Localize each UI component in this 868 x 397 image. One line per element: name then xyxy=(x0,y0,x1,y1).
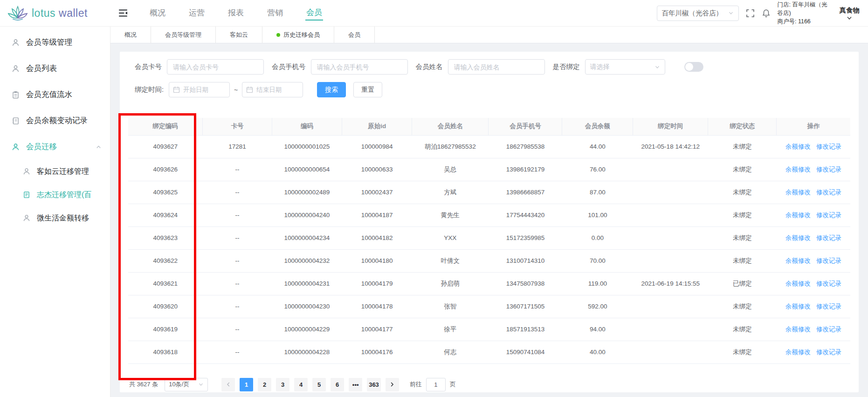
sidebar-subitem-3[interactable]: 微生活金额转移 xyxy=(0,206,110,230)
nav-item-2[interactable]: 运营 xyxy=(188,7,206,20)
edit-record-link[interactable]: 修改记录 xyxy=(816,280,841,287)
edit-record-link[interactable]: 修改记录 xyxy=(816,212,841,219)
filter-member-card: 会员卡号 xyxy=(135,59,264,75)
table-header: 绑定编码卡号编码原始id会员姓名会员手机号会员余额绑定时间绑定状态操作 xyxy=(128,118,850,135)
balance-edit-link[interactable]: 余额修改 xyxy=(785,189,811,196)
sidebar-subitem-2[interactable]: 志杰迁移管理(百 xyxy=(0,183,110,206)
cell-code: 1000000000654 xyxy=(272,158,342,181)
column-header-6: 会员手机号 xyxy=(489,118,562,135)
page-button-6[interactable]: 6 xyxy=(331,378,344,391)
start-date-input[interactable] xyxy=(169,82,230,97)
bind-status-label: 是否绑定 xyxy=(553,62,580,71)
bind-filter-toggle[interactable] xyxy=(684,62,703,72)
edit-record-link[interactable]: 修改记录 xyxy=(816,234,841,241)
tab-2[interactable]: 会员等级管理 xyxy=(151,27,216,43)
tab-5[interactable]: 会员 xyxy=(334,27,375,43)
balance-edit-link[interactable]: 余额修改 xyxy=(785,280,811,287)
page-button-4[interactable]: 4 xyxy=(294,378,308,391)
lotus-logo-icon xyxy=(7,5,28,21)
cell-origin_id: 100004182 xyxy=(342,226,412,249)
menu-fold-icon[interactable] xyxy=(118,8,128,18)
page-button-3[interactable]: 3 xyxy=(276,378,289,391)
nav-item-1[interactable]: 概况 xyxy=(149,7,166,20)
cell-name: 徐平 xyxy=(412,318,489,341)
edit-record-link[interactable]: 修改记录 xyxy=(816,326,841,333)
bell-icon[interactable] xyxy=(762,9,771,18)
nav-item-4[interactable]: 营销 xyxy=(266,7,284,20)
cell-phone: 15172359985 xyxy=(489,226,562,249)
cell-code: 1000000004240 xyxy=(272,204,342,226)
table-row: 4093622--1000000004232100004180叶倩文131007… xyxy=(128,249,850,272)
sidebar-item-1[interactable]: 会员等级管理 xyxy=(0,29,110,55)
edit-record-link[interactable]: 修改记录 xyxy=(816,303,841,310)
cell-bind_code: 4093627 xyxy=(128,135,203,158)
edit-record-link[interactable]: 修改记录 xyxy=(816,143,841,150)
member-card-label: 会员卡号 xyxy=(135,62,162,71)
balance-edit-link[interactable]: 余额修改 xyxy=(785,257,811,264)
member-name-input[interactable] xyxy=(448,59,545,75)
goto-page-input[interactable] xyxy=(426,378,446,391)
tab-label: 会员 xyxy=(348,31,360,39)
store-selector[interactable]: 百年川椒（光谷店） xyxy=(657,6,739,21)
column-header-9: 绑定状态 xyxy=(708,118,777,135)
sidebar-item-label: 志杰迁移管理(百 xyxy=(37,190,91,200)
balance-edit-link[interactable]: 余额修改 xyxy=(785,212,811,219)
cell-bind_time xyxy=(633,181,708,204)
sidebar-item-4[interactable]: 会员余额变动记录 xyxy=(0,108,110,134)
nav-item-3[interactable]: 报表 xyxy=(227,7,245,20)
balance-edit-link[interactable]: 余额修改 xyxy=(785,349,811,356)
page-button-363[interactable]: 363 xyxy=(367,378,381,391)
bind-time-label: 绑定时间: xyxy=(135,85,164,94)
reset-button[interactable]: 重置 xyxy=(353,82,382,97)
page-size-select[interactable]: 10条/页 xyxy=(165,378,208,391)
fullscreen-icon[interactable] xyxy=(746,9,755,18)
page-button-1[interactable]: 1 xyxy=(240,378,253,391)
cell-origin_id: 100004179 xyxy=(342,272,412,295)
cell-phone: 13986192179 xyxy=(489,158,562,181)
balance-edit-link[interactable]: 余额修改 xyxy=(785,326,811,333)
prev-page-button[interactable] xyxy=(221,378,235,391)
edit-record-link[interactable]: 修改记录 xyxy=(816,257,841,264)
members-table: 绑定编码卡号编码原始id会员姓名会员手机号会员余额绑定时间绑定状态操作 4093… xyxy=(128,118,850,364)
edit-record-link[interactable]: 修改记录 xyxy=(816,166,841,173)
page-button-5[interactable]: 5 xyxy=(312,378,326,391)
cell-actions: 余额修改修改记录 xyxy=(777,204,850,226)
tab-1[interactable]: 概况 xyxy=(110,27,151,43)
balance-edit-link[interactable]: 余额修改 xyxy=(785,143,811,150)
tab-3[interactable]: 客如云 xyxy=(216,27,262,43)
cell-status: 未绑定 xyxy=(708,158,777,181)
end-date-input[interactable] xyxy=(242,82,303,97)
column-header-10: 操作 xyxy=(777,118,850,135)
nav-item-5[interactable]: 会员 xyxy=(305,6,323,21)
cell-name: 孙启萌 xyxy=(412,272,489,295)
sidebar-item-3[interactable]: 会员充值流水 xyxy=(0,82,110,108)
column-header-5: 会员姓名 xyxy=(412,118,489,135)
cell-bind_time: 2021-05-18 14:42:12 xyxy=(633,135,708,158)
more-pages-button[interactable]: ••• xyxy=(349,378,362,391)
page-button-2[interactable]: 2 xyxy=(258,378,271,391)
balance-edit-link[interactable]: 余额修改 xyxy=(785,303,811,310)
tab-4[interactable]: 历史迁移会员 xyxy=(262,27,334,43)
balance-edit-link[interactable]: 余额修改 xyxy=(785,166,811,173)
member-card-input[interactable] xyxy=(167,59,264,75)
member-phone-input[interactable] xyxy=(311,59,408,75)
cell-status: 未绑定 xyxy=(708,181,777,204)
search-button[interactable]: 搜索 xyxy=(317,82,346,97)
bind-status-select[interactable]: 请选择 xyxy=(585,59,665,75)
account-menu[interactable]: 真食物 xyxy=(840,6,862,21)
sidebar-subitem-1[interactable]: 客如云迁移管理 xyxy=(0,160,110,183)
table-row: 4093621--1000000004231100004179孙启萌134758… xyxy=(128,272,850,295)
sidebar-item-2[interactable]: 会员列表 xyxy=(0,55,110,82)
cell-status: 未绑定 xyxy=(708,295,777,318)
balance-edit-link[interactable]: 余额修改 xyxy=(785,234,811,241)
member-name-label: 会员姓名 xyxy=(416,62,443,71)
next-page-button[interactable] xyxy=(386,378,399,391)
sidebar-item-label: 会员迁移 xyxy=(26,142,57,152)
member-phone-label: 会员手机号 xyxy=(272,62,306,71)
edit-record-link[interactable]: 修改记录 xyxy=(816,349,841,356)
edit-record-link[interactable]: 修改记录 xyxy=(816,189,841,196)
user-icon xyxy=(12,39,20,47)
cell-bind_code: 4093626 xyxy=(128,158,203,181)
cell-status: 未绑定 xyxy=(708,318,777,341)
sidebar-item-5[interactable]: 会员迁移 xyxy=(0,134,110,160)
